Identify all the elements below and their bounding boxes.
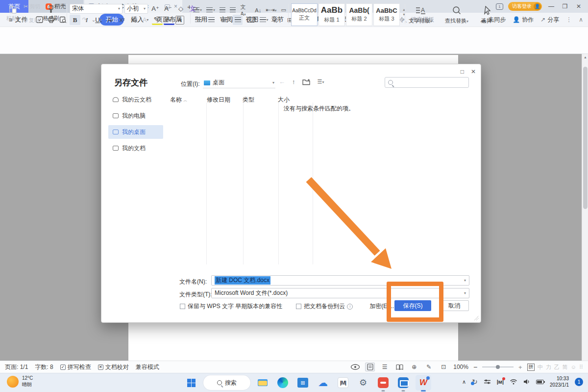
compat-checkbox[interactable]: 保留与 WPS 文字 早期版本的兼容性 bbox=[180, 302, 282, 311]
decrease-indent-icon[interactable] bbox=[220, 7, 225, 13]
proofread-toggle[interactable]: ✕文档校对 bbox=[98, 363, 129, 371]
increase-indent-icon[interactable] bbox=[230, 7, 236, 13]
ime-lang-icon[interactable]: 中 bbox=[538, 364, 543, 371]
location-dropdown[interactable]: 桌面 ▾ bbox=[203, 78, 275, 88]
web-layout-icon[interactable]: ⊕ bbox=[409, 363, 419, 371]
font-color-icon[interactable]: A▾ bbox=[164, 15, 174, 25]
dialog-close-icon[interactable]: ✕ bbox=[471, 68, 476, 75]
increase-font-icon[interactable]: A⁺ bbox=[150, 3, 161, 14]
write-mode-icon[interactable]: ✎ bbox=[424, 363, 434, 371]
font-name-combo[interactable]: 宋体▾ bbox=[70, 4, 122, 14]
font-size-combo[interactable]: 小初▾ bbox=[124, 4, 148, 14]
superscript-button[interactable]: X² bbox=[117, 15, 127, 25]
ime-emoji-icon[interactable]: ☺ bbox=[571, 364, 576, 370]
clear-format-icon[interactable]: ◇ bbox=[175, 3, 186, 14]
sync-tray-icon[interactable]: ↻ bbox=[472, 378, 478, 386]
backup-cloud-checkbox[interactable]: 把文档备份到云i bbox=[296, 302, 353, 311]
subscript-button[interactable]: X₂ bbox=[128, 15, 139, 25]
nav-up-icon[interactable]: ↑ bbox=[292, 78, 295, 85]
column-date[interactable]: 修改日期 bbox=[207, 96, 243, 104]
numbered-list-icon[interactable]: ▾ bbox=[206, 7, 215, 13]
red-app-icon[interactable] bbox=[375, 375, 391, 391]
weather-widget[interactable]: 12°C晴朗 bbox=[7, 375, 33, 388]
copy-button[interactable]: ⧉复制 bbox=[24, 15, 40, 26]
collaborate-button[interactable]: 👤协作 bbox=[513, 16, 534, 24]
zoom-slider-thumb[interactable] bbox=[496, 365, 500, 369]
more-options-icon[interactable]: ⋮ bbox=[566, 16, 572, 23]
cancel-button[interactable]: 取消 bbox=[440, 300, 469, 311]
zoom-slider[interactable] bbox=[482, 366, 514, 367]
sidebar-item-cloud-docs[interactable]: 我的云文档 bbox=[108, 93, 163, 106]
text-layout-button[interactable]: A 文字排版▾ bbox=[409, 6, 432, 25]
notification-badge[interactable]: 1 bbox=[575, 378, 583, 386]
mail-app-icon[interactable]: |M| bbox=[335, 375, 351, 391]
ruler-icon[interactable]: ▭ bbox=[281, 7, 286, 13]
zoom-level[interactable]: 100% bbox=[453, 364, 468, 370]
char-shading-icon[interactable]: A▾ bbox=[140, 15, 151, 25]
char-spacing-icon[interactable]: ⇤⇥▾ bbox=[266, 7, 276, 13]
highlight-color-icon[interactable]: ✎▾ bbox=[152, 15, 163, 25]
clock[interactable]: 10:332023/1/1 bbox=[550, 375, 569, 388]
scroll-up-icon[interactable]: ▲ bbox=[582, 54, 588, 60]
zoom-out-icon[interactable]: − bbox=[473, 363, 477, 371]
compat-mode-label[interactable]: 兼容模式 bbox=[136, 363, 159, 371]
line-spacing-icon[interactable]: ▾ bbox=[259, 15, 269, 25]
sidebar-item-my-computer[interactable]: 我的电脑 bbox=[108, 109, 163, 123]
ime-simp-icon[interactable]: 简 bbox=[563, 364, 568, 371]
tray-expand-icon[interactable]: ∧ bbox=[462, 379, 466, 385]
microsoft-store-icon[interactable]: ⊞ bbox=[295, 375, 311, 391]
page-view-icon[interactable] bbox=[365, 363, 375, 371]
format-painter-button[interactable]: 格式刷 bbox=[40, 1, 62, 26]
align-right-icon[interactable] bbox=[220, 15, 229, 25]
workspace-icon[interactable]: 1 bbox=[496, 3, 503, 10]
align-center-icon[interactable] bbox=[206, 15, 216, 25]
close-window-button[interactable]: ✕ bbox=[574, 3, 583, 10]
column-name[interactable]: 名称 ︿ bbox=[170, 96, 207, 104]
justify-icon[interactable] bbox=[233, 15, 243, 25]
ime-punct-icon[interactable]: 力 bbox=[546, 364, 551, 371]
settings-icon[interactable]: ⚙ bbox=[355, 375, 371, 391]
outline-view-icon[interactable]: ☰ bbox=[380, 363, 390, 371]
spellcheck-toggle[interactable]: ✓拼写检查 bbox=[60, 363, 91, 371]
restore-button[interactable]: ❐ bbox=[561, 3, 569, 10]
nav-back-icon[interactable]: ← bbox=[279, 78, 285, 85]
bold-button[interactable]: B bbox=[70, 15, 80, 25]
zoom-in-icon[interactable]: + bbox=[518, 364, 522, 371]
eye-protect-icon[interactable] bbox=[350, 364, 360, 370]
style-heading3[interactable]: AaBbC 标题 3 bbox=[373, 3, 400, 26]
underline-button[interactable]: U▾ bbox=[93, 15, 104, 25]
ime-pinyin-icon[interactable]: 拼 bbox=[527, 364, 535, 371]
vertical-scrollbar[interactable]: ▲ bbox=[582, 54, 588, 361]
style-heading1[interactable]: AaBb 标题 1 bbox=[318, 3, 345, 26]
view-mode-icon[interactable]: ☰▾ bbox=[318, 78, 324, 85]
select-button[interactable]: 选择▾ bbox=[481, 6, 494, 25]
italic-button[interactable]: I bbox=[81, 15, 92, 25]
cut-button[interactable]: ✂剪切 bbox=[24, 1, 40, 13]
ime-keyboard-icon[interactable]: ⠿ bbox=[579, 364, 583, 370]
start-button[interactable] bbox=[183, 375, 199, 391]
dialog-maximize-icon[interactable]: □ bbox=[461, 68, 464, 75]
edge-browser-icon[interactable] bbox=[275, 375, 291, 391]
sidebar-item-my-documents[interactable]: 我的文档 bbox=[108, 141, 163, 155]
collapse-ribbon-icon[interactable]: ∧ bbox=[579, 16, 583, 23]
scrollbar-thumb[interactable] bbox=[583, 67, 588, 209]
wifi-icon[interactable] bbox=[510, 379, 517, 385]
tuner-icon[interactable] bbox=[484, 379, 491, 385]
shading-icon[interactable]: ◇▾ bbox=[272, 15, 282, 25]
new-folder-icon[interactable] bbox=[302, 78, 311, 85]
style-normal[interactable]: AaBbCcDd 正文 bbox=[291, 3, 318, 26]
mail-notification-icon[interactable]: |м| bbox=[497, 379, 504, 385]
taskbar-search[interactable]: 搜索 bbox=[203, 375, 250, 390]
fit-page-icon[interactable]: ⊡ bbox=[439, 363, 448, 371]
decrease-font-icon[interactable]: A⁻ bbox=[163, 3, 173, 14]
find-replace-button[interactable]: 查找替换▾ bbox=[445, 6, 468, 25]
paste-button[interactable]: 粘贴▾ bbox=[4, 1, 22, 26]
sidebar-item-my-desktop[interactable]: 我的桌面 bbox=[108, 125, 163, 139]
bullet-list-icon[interactable]: ▾ bbox=[193, 7, 202, 13]
align-left-icon[interactable] bbox=[193, 15, 203, 25]
dialog-search-input[interactable] bbox=[385, 77, 469, 88]
sort-icon[interactable]: A↓ bbox=[255, 7, 261, 13]
read-layout-icon[interactable] bbox=[394, 363, 404, 371]
ime-width-icon[interactable]: 乙 bbox=[554, 364, 560, 371]
column-size[interactable]: 大小 bbox=[278, 96, 290, 104]
